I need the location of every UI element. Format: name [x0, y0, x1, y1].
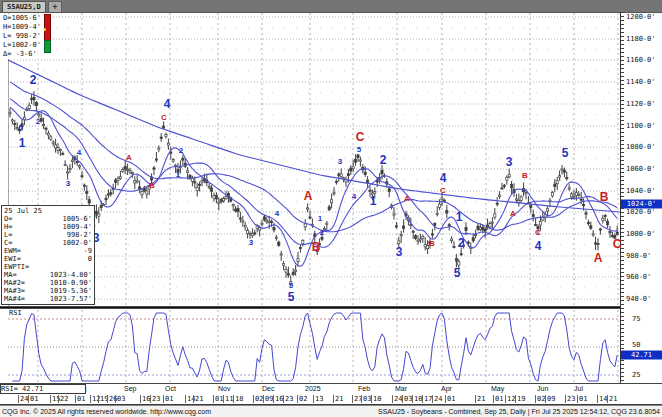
day-label: 18 [233, 395, 243, 403]
price-tick-label: 1140-0' [626, 78, 656, 86]
day-label: 24 [432, 395, 442, 403]
chart-plot-area[interactable] [0, 0, 662, 405]
price-tick-label: 1020-0' [626, 208, 656, 216]
info-box-date: 25 Jul 25 [4, 207, 92, 215]
day-label: 01 [28, 395, 38, 403]
price-tick-label: 980-0' [626, 252, 651, 260]
day-label: 12 [505, 395, 515, 403]
wave-label-5: 5 [288, 290, 295, 304]
wave-label-2: 2 [36, 117, 40, 126]
wave-label-1: 1 [318, 214, 322, 223]
quote-open: O=1005-6' [3, 14, 41, 23]
wave-label-A: A [404, 194, 410, 203]
day-label: 01 [163, 395, 173, 403]
price-tick-label: 1040-0' [626, 187, 656, 195]
day-label: 03 [115, 395, 125, 403]
day-label: 16 [140, 395, 150, 403]
day-label: 09 [263, 395, 273, 403]
month-label: Oct [165, 385, 176, 392]
rsi-tick-label: 75 [632, 315, 640, 323]
wave-label-B: B [600, 190, 609, 204]
month-label: Apr [441, 385, 452, 392]
quote-low: L= 998-2' [3, 32, 41, 41]
day-label: 14 [597, 395, 607, 403]
price-tick-label: 1180-0' [626, 35, 656, 43]
wave-label-4: 4 [535, 239, 542, 253]
day-label: 16 [273, 395, 283, 403]
wave-label-5: 5 [357, 145, 361, 154]
day-label: 13 [313, 395, 323, 403]
info-box-row: MA#2=1010-0.90' [4, 279, 92, 287]
wave-label-A: A [126, 153, 132, 162]
cqg-chart-window: SSAU25,D + O=1005-6' H=1009-4' L= 998-2'… [0, 0, 662, 417]
day-label: 21 [607, 395, 617, 403]
month-label: Jun [537, 385, 548, 392]
wave-label-5: 5 [289, 281, 293, 290]
day-label: 01 [577, 395, 587, 403]
price-tick-label: 1120-0' [626, 100, 656, 108]
day-label: 02 [253, 395, 263, 403]
current-bar-open-dot [43, 28, 46, 31]
day-label: 23 [283, 395, 293, 403]
wave-label-C: C [613, 237, 622, 251]
month-label: Jul [574, 385, 583, 392]
day-label: 03 [402, 395, 412, 403]
wave-label-4: 4 [440, 171, 447, 185]
month-label: Sep [124, 385, 136, 392]
wave-label-5: 5 [562, 146, 569, 160]
wave-label-A: A [594, 251, 603, 265]
day-label: 21 [333, 395, 343, 403]
day-label: 09 [545, 395, 555, 403]
info-box-row: MA#3=1019-5.36' [4, 287, 92, 295]
wave-label-2: 2 [458, 236, 465, 250]
day-label: 21 [475, 395, 485, 403]
wave-label-1: 1 [456, 210, 463, 224]
day-label: 01 [493, 395, 503, 403]
rsi-tick-label: 50 [632, 341, 640, 349]
moving-average-long [8, 60, 620, 212]
wave-label-A: A [304, 189, 313, 203]
wave-label-B: B [522, 171, 528, 180]
price-tick-label: 1000-0' [626, 230, 656, 238]
info-box-row: EWI=0 [4, 255, 92, 263]
rsi-readout-box: RSI= 42.71 [0, 384, 86, 394]
copyright-text: CQG Inc. © 2025 All rights reserved worl… [2, 406, 211, 417]
contract-info-text: SSAU25 - Soybeans - Combined, Sep 25, Da… [378, 406, 660, 417]
wave-label-4: 4 [164, 97, 171, 111]
info-box-row: EWM=-9 [4, 247, 92, 255]
day-label: 23 [565, 395, 575, 403]
price-tick-label: 1200-0' [626, 13, 656, 21]
wave-label-4: 4 [275, 209, 279, 218]
price-tick-label: 1080-0' [626, 143, 656, 151]
time-axis-days[interactable]: 2401152201121926031623011421011118020916… [0, 394, 662, 405]
rsi-tick-label: 25 [632, 371, 640, 379]
wave-label-1: 1 [176, 170, 180, 179]
info-box-row: O=1005-6' [4, 215, 92, 223]
current-bar-green-segment [44, 40, 51, 53]
day-label: 19 [515, 395, 525, 403]
info-box-row: MA=1023-4.80' [4, 271, 92, 279]
day-label: 02 [297, 395, 307, 403]
wave-label-A: A [510, 209, 516, 218]
wave-label-2: 2 [320, 228, 324, 237]
day-label: 23 [150, 395, 160, 403]
info-box-row: H=1009-4' [4, 223, 92, 231]
day-label: 01 [213, 395, 223, 403]
info-box-row: C=1002-0' [4, 239, 92, 247]
month-label: Feb [358, 385, 370, 392]
price-tick-label: 1160-0' [626, 56, 656, 64]
price-axis-ticks[interactable] [621, 12, 624, 383]
rsi-value-marker: 42.71 [621, 351, 662, 360]
wave-label-C: C [440, 186, 446, 195]
day-label: 22 [58, 395, 68, 403]
month-label: Dec [262, 385, 274, 392]
current-bar-preview [44, 14, 49, 52]
day-label: 21 [193, 395, 203, 403]
quote-change: Δ= -3-6' [3, 50, 41, 59]
time-axis-months[interactable]: AugSepOctNovDec2025FebMarAprMayJunJul [0, 384, 662, 394]
day-label: 17 [422, 395, 432, 403]
day-label: 01 [75, 395, 85, 403]
day-label: 10 [412, 395, 422, 403]
info-box-row: MA#4=1023-7.57' [4, 295, 92, 303]
day-label: 24 [392, 395, 402, 403]
